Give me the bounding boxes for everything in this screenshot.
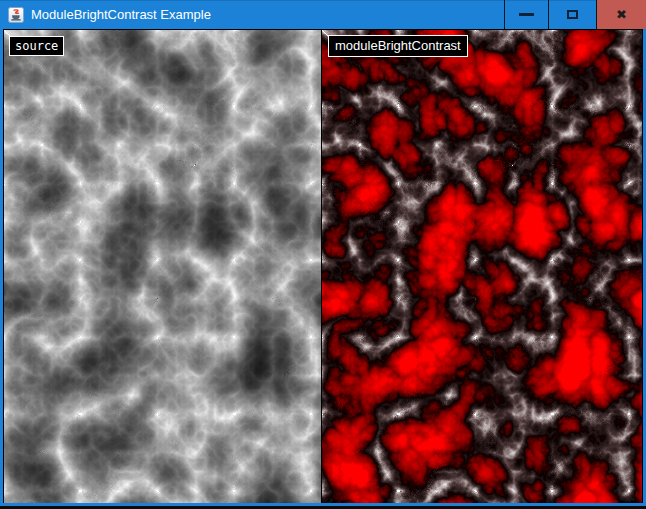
maximize-button[interactable] [548,0,596,29]
maximize-icon [567,10,578,19]
minimize-button[interactable] [504,0,548,29]
close-button[interactable]: ✖ [596,0,646,29]
content-area: source [0,29,646,503]
source-image-panel: source [4,30,321,503]
source-image-label: source [9,36,64,56]
close-icon: ✖ [616,8,627,21]
minimize-icon [519,13,534,16]
source-image [4,30,321,503]
processed-image [322,30,642,503]
java-coffee-icon[interactable] [8,7,24,23]
window-border-left [0,29,3,503]
processed-image-panel: moduleBrightContrast [322,30,642,503]
processed-image-label: moduleBrightContrast [328,35,468,57]
title-bar: ModuleBrightContrast Example ✖ [0,0,646,29]
app-window: ModuleBrightContrast Example ✖ [0,0,646,509]
window-title: ModuleBrightContrast Example [31,0,504,29]
